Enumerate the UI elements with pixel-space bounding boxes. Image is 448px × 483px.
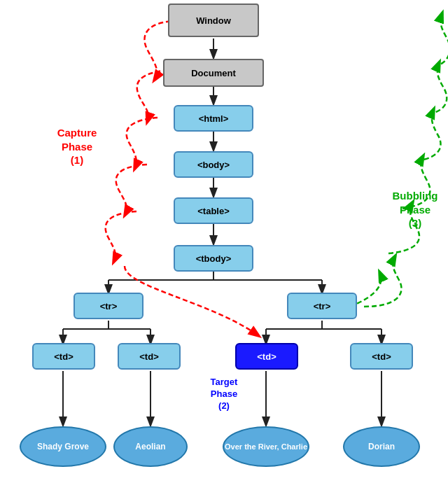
- node-window: Window: [168, 4, 259, 37]
- node-td-ll: <td>: [32, 343, 95, 370]
- target-phase-label: TargetPhase(2): [196, 377, 252, 412]
- node-tr-left: <tr>: [74, 293, 144, 319]
- ellipse-shady-label: Shady Grove: [37, 442, 89, 451]
- ellipse-aeolian: Aeolian: [113, 426, 188, 467]
- diagram: Window Document <html> <body> <table> <t…: [0, 0, 448, 483]
- node-window-label: Window: [196, 15, 231, 26]
- node-document-label: Document: [191, 68, 236, 78]
- node-table-label: <table>: [197, 206, 230, 216]
- node-td-lr-label: <td>: [139, 351, 158, 362]
- node-td-rl-target: <td>: [235, 343, 298, 370]
- node-td-rr-label: <td>: [372, 351, 391, 362]
- ellipse-shady-grove: Shady Grove: [20, 426, 106, 467]
- node-td-ll-label: <td>: [54, 351, 73, 362]
- node-td-rl-label: <td>: [257, 351, 276, 362]
- node-document: Document: [163, 59, 264, 87]
- ellipse-aeolian-label: Aeolian: [135, 442, 165, 451]
- ellipse-dorian-label: Dorian: [368, 442, 395, 451]
- ellipse-over-label: Over the River, Charlie: [225, 442, 307, 451]
- node-td-lr: <td>: [118, 343, 181, 370]
- node-td-rr: <td>: [350, 343, 413, 370]
- node-body-label: <body>: [197, 160, 230, 170]
- capture-phase-label: CapturePhase(1): [42, 126, 112, 167]
- node-html-label: <html>: [199, 113, 229, 124]
- node-table: <table>: [174, 197, 253, 224]
- node-tr-right: <tr>: [287, 293, 357, 319]
- ellipse-over-river: Over the River, Charlie: [223, 426, 309, 467]
- node-tbody-label: <tbody>: [196, 253, 232, 264]
- node-body: <body>: [174, 151, 253, 178]
- node-tbody: <tbody>: [174, 245, 253, 272]
- node-tr-left-label: <tr>: [100, 301, 118, 312]
- bubbling-phase-label: BubblingPhase(3): [384, 189, 447, 230]
- node-tr-right-label: <tr>: [314, 301, 331, 312]
- node-html: <html>: [174, 105, 253, 132]
- ellipse-dorian: Dorian: [343, 426, 420, 467]
